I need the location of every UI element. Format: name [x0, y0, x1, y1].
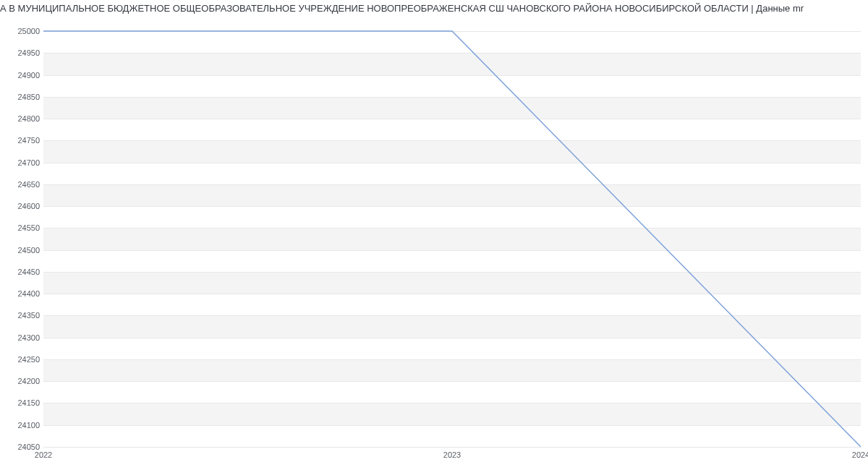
y-tick-label: 24550: [4, 223, 40, 232]
y-tick-label: 24100: [4, 421, 40, 430]
y-tick-label: 24950: [4, 48, 40, 57]
y-tick-label: 24300: [4, 333, 40, 342]
chart-container: 2405024100241502420024250243002435024400…: [0, 14, 868, 469]
y-tick-label: 24500: [4, 246, 40, 255]
y-tick-label: 24700: [4, 158, 40, 167]
y-tick-label: 24150: [4, 398, 40, 407]
y-tick-label: 24600: [4, 202, 40, 210]
y-tick-label: 24900: [4, 71, 40, 80]
y-gridline: [43, 447, 861, 448]
y-tick-label: 24250: [4, 355, 40, 364]
chart-title: А В МУНИЦИПАЛЬНОЕ БЮДЖЕТНОЕ ОБЩЕОБРАЗОВА…: [0, 0, 868, 14]
y-tick-label: 24450: [4, 268, 40, 276]
line-series: [43, 31, 861, 447]
y-tick-label: 25000: [4, 27, 40, 35]
y-tick-label: 24800: [4, 114, 40, 123]
y-tick-label: 24200: [4, 377, 40, 385]
y-tick-label: 24850: [4, 93, 40, 101]
x-tick-label: 2022: [35, 450, 52, 459]
plot-area: [43, 31, 861, 448]
y-tick-label: 24400: [4, 289, 40, 298]
y-tick-label: 24750: [4, 136, 40, 145]
y-tick-label: 24350: [4, 311, 40, 320]
x-tick-label: 2024: [852, 450, 868, 459]
y-tick-label: 24650: [4, 180, 40, 189]
x-tick-label: 2023: [443, 450, 461, 459]
